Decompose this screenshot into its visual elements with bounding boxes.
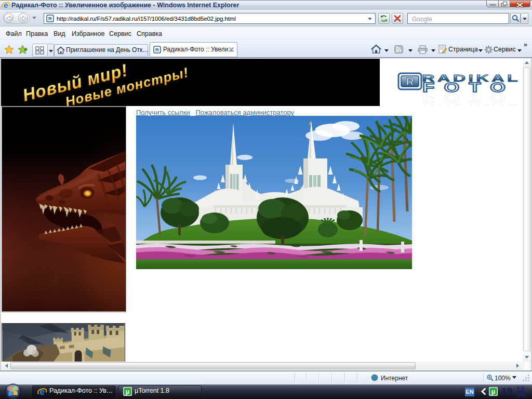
svg-text:µ: µ [491,388,496,395]
svg-text:R: R [155,47,159,52]
svg-text:FOTO: FOTO [422,90,515,105]
svg-text:µ: µ [126,388,130,395]
svg-text:R: R [406,75,414,87]
svg-text:R: R [48,16,52,21]
